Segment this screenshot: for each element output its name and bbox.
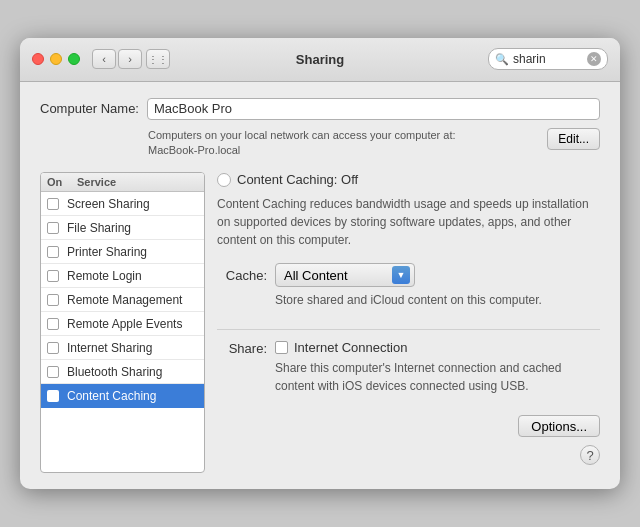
traffic-lights [32, 53, 80, 65]
window: ‹ › ⋮⋮ Sharing 🔍 sharin ✕ Computer Name:… [20, 38, 620, 490]
titlebar: ‹ › ⋮⋮ Sharing 🔍 sharin ✕ [20, 38, 620, 82]
content-caching-checkbox[interactable] [47, 390, 59, 402]
cache-select[interactable]: All Content ▼ [275, 263, 415, 287]
options-button[interactable]: Options... [518, 415, 600, 437]
internet-sharing-label: Internet Sharing [67, 341, 152, 355]
file-sharing-label: File Sharing [67, 221, 131, 235]
help-row: ? [217, 441, 600, 473]
window-title: Sharing [296, 52, 344, 67]
share-content: Internet Connection Share this computer'… [275, 340, 600, 395]
bluetooth-sharing-checkbox[interactable] [47, 366, 59, 378]
cache-desc: Store shared and iCloud content on this … [275, 293, 600, 307]
minimize-button[interactable] [50, 53, 62, 65]
share-label: Share: [217, 340, 267, 356]
file-sharing-checkbox[interactable] [47, 222, 59, 234]
bluetooth-sharing-label: Bluetooth Sharing [67, 365, 162, 379]
screen-sharing-checkbox[interactable] [47, 198, 59, 210]
cache-select-arrow-icon: ▼ [392, 266, 410, 284]
content-caching-header: Content Caching: Off [217, 172, 600, 187]
network-address: MacBook-Pro.local [148, 144, 240, 156]
search-clear-button[interactable]: ✕ [587, 52, 601, 66]
edit-button[interactable]: Edit... [547, 128, 600, 150]
network-info: Computers on your local network can acce… [148, 128, 600, 159]
network-text: Computers on your local network can acce… [148, 128, 539, 159]
content-caching-title: Content Caching: Off [237, 172, 358, 187]
service-item-remote-login[interactable]: Remote Login [41, 264, 204, 288]
main-area: On Service Screen Sharing File Sharing P… [40, 172, 600, 473]
service-item-printer-sharing[interactable]: Printer Sharing [41, 240, 204, 264]
back-button[interactable]: ‹ [92, 49, 116, 69]
cache-row: Cache: All Content ▼ [217, 263, 600, 287]
maximize-button[interactable] [68, 53, 80, 65]
service-item-file-sharing[interactable]: File Sharing [41, 216, 204, 240]
help-button[interactable]: ? [580, 445, 600, 465]
service-item-screen-sharing[interactable]: Screen Sharing [41, 192, 204, 216]
service-item-bluetooth-sharing[interactable]: Bluetooth Sharing [41, 360, 204, 384]
network-info-line1: Computers on your local network can acce… [148, 129, 456, 141]
search-input[interactable]: sharin [513, 52, 583, 66]
share-title-row: Internet Connection [275, 340, 600, 355]
content-caching-label: Content Caching [67, 389, 156, 403]
computer-name-label: Computer Name: [40, 101, 139, 116]
content-caching-desc: Content Caching reduces bandwidth usage … [217, 195, 600, 249]
close-button[interactable] [32, 53, 44, 65]
printer-sharing-label: Printer Sharing [67, 245, 147, 259]
search-icon: 🔍 [495, 53, 509, 66]
computer-name-input[interactable] [147, 98, 600, 120]
remote-login-checkbox[interactable] [47, 270, 59, 282]
share-title: Internet Connection [294, 340, 407, 355]
grid-button[interactable]: ⋮⋮ [146, 49, 170, 69]
printer-sharing-checkbox[interactable] [47, 246, 59, 258]
content-caching-radio[interactable] [217, 173, 231, 187]
detail-panel: Content Caching: Off Content Caching red… [217, 172, 600, 473]
remote-management-label: Remote Management [67, 293, 182, 307]
share-internet-checkbox[interactable] [275, 341, 288, 354]
service-item-remote-management[interactable]: Remote Management [41, 288, 204, 312]
service-item-internet-sharing[interactable]: Internet Sharing [41, 336, 204, 360]
remote-apple-events-checkbox[interactable] [47, 318, 59, 330]
screen-sharing-label: Screen Sharing [67, 197, 150, 211]
remote-login-label: Remote Login [67, 269, 142, 283]
forward-button[interactable]: › [118, 49, 142, 69]
col-on-header: On [47, 176, 77, 188]
cache-label: Cache: [217, 268, 267, 283]
service-item-remote-apple-events[interactable]: Remote Apple Events [41, 312, 204, 336]
computer-name-row: Computer Name: [40, 98, 600, 120]
service-item-content-caching[interactable]: Content Caching [41, 384, 204, 408]
service-list: On Service Screen Sharing File Sharing P… [40, 172, 205, 473]
share-desc: Share this computer's Internet connectio… [275, 359, 600, 395]
cache-select-value: All Content [284, 268, 386, 283]
main-content: Computer Name: Computers on your local n… [20, 82, 620, 490]
nav-buttons: ‹ › [92, 49, 142, 69]
bottom-bar: Options... [217, 403, 600, 441]
remote-management-checkbox[interactable] [47, 294, 59, 306]
service-list-header: On Service [41, 173, 204, 192]
search-box[interactable]: 🔍 sharin ✕ [488, 48, 608, 70]
share-row: Share: Internet Connection Share this co… [217, 340, 600, 395]
col-service-header: Service [77, 176, 198, 188]
remote-apple-events-label: Remote Apple Events [67, 317, 182, 331]
divider [217, 329, 600, 330]
internet-sharing-checkbox[interactable] [47, 342, 59, 354]
